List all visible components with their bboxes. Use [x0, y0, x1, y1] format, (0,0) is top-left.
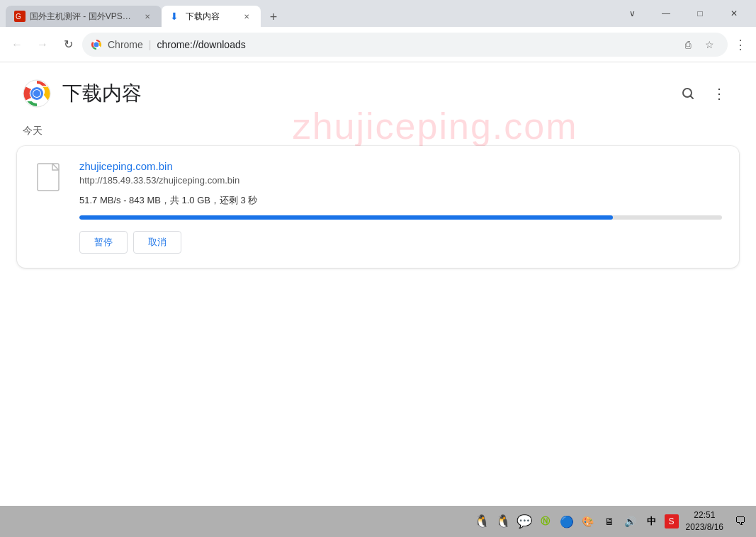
svg-text:G: G — [16, 13, 21, 21]
nav-right: ⋮ — [730, 35, 750, 55]
back-button[interactable]: ← — [6, 33, 28, 56]
chrome-logo-icon — [91, 39, 102, 50]
more-menu-icon[interactable]: ⋮ — [730, 35, 750, 55]
chrome-logo-large-icon — [23, 79, 51, 108]
download-actions: 暂停 取消 — [79, 231, 722, 254]
more-options-button[interactable]: ⋮ — [705, 79, 733, 108]
minimize-button[interactable]: — — [650, 3, 682, 24]
address-bar[interactable]: Chrome | chrome://downloads ⎙ ☆ — [82, 33, 728, 57]
taskbar-display-icon[interactable]: 🖥 — [601, 513, 618, 530]
nav-bar: ← → ↻ Chrome | chrome://downloads ⎙ ☆ ⋮ — [0, 27, 756, 62]
address-separator: | — [149, 39, 152, 50]
taskbar-clock: 22:51 2023/8/16 — [686, 509, 723, 533]
taskbar-wechat-icon[interactable]: 💬 — [516, 513, 533, 530]
taskbar: 🐧 🐧 💬 Ⓝ 🔵 🎨 🖥 🔊 中 S 22:51 2023/8/16 🗨 — [0, 506, 756, 537]
header-actions: ⋮ — [674, 79, 733, 108]
address-actions: ⎙ ☆ — [678, 35, 719, 55]
bookmark-icon[interactable]: ☆ — [699, 35, 719, 55]
tab1-title: 国外主机测评 - 国外VPS，主... — [30, 11, 137, 23]
taskbar-ime-icon[interactable]: 中 — [643, 513, 660, 530]
file-icon — [34, 160, 68, 200]
download-filename[interactable]: zhujiceping.com.bin — [79, 160, 722, 172]
taskbar-qq2-icon[interactable]: 🐧 — [495, 513, 512, 530]
file-document-icon — [37, 163, 65, 197]
page-title: 下载内容 — [62, 80, 142, 107]
section-today: 今天 — [0, 119, 756, 146]
brand-name: Chrome — [108, 39, 143, 50]
chevron-down-icon[interactable]: ∨ — [616, 3, 648, 24]
tab1-close-icon[interactable]: ✕ — [142, 11, 153, 22]
share-icon[interactable]: ⎙ — [678, 35, 698, 55]
download-item: zhujiceping.com.bin http://185.49.33.53/… — [17, 146, 739, 268]
maximize-button[interactable]: □ — [684, 3, 716, 24]
refresh-button[interactable]: ↻ — [57, 33, 79, 56]
tabs-area: G 国外主机测评 - 国外VPS，主... ✕ ⬇ 下载内容 ✕ + — [6, 0, 616, 27]
taskbar-app1-icon[interactable]: 🎨 — [580, 513, 597, 530]
tab1-favicon: G — [14, 11, 26, 22]
download-status: 51.7 MB/s - 843 MB，共 1.0 GB，还剩 3 秒 — [79, 194, 722, 207]
tab2-close-icon[interactable]: ✕ — [241, 11, 252, 22]
pause-button[interactable]: 暂停 — [79, 231, 128, 254]
svg-point-8 — [33, 90, 40, 97]
tab2-favicon: ⬇ — [170, 11, 181, 22]
url-text: chrome://downloads — [157, 39, 245, 50]
svg-point-4 — [95, 43, 98, 46]
download-item-wrapper: zhujiceping.com.bin http://185.49.33.53/… — [17, 146, 739, 268]
tab2-title: 下载内容 — [186, 11, 237, 23]
taskbar-qq1-icon[interactable]: 🐧 — [473, 513, 490, 530]
taskbar-bluetooth-icon[interactable]: 🔵 — [558, 513, 575, 530]
tab-2[interactable]: ⬇ 下载内容 ✕ — [162, 6, 261, 27]
progress-bar-container — [79, 215, 722, 220]
svg-line-10 — [691, 96, 694, 99]
search-button[interactable] — [674, 79, 702, 108]
tab-1[interactable]: G 国外主机测评 - 国外VPS，主... ✕ — [6, 6, 162, 27]
close-button[interactable]: ✕ — [718, 3, 750, 24]
download-url: http://185.49.33.53/zhujiceping.com.bin — [79, 175, 722, 186]
svg-rect-11 — [38, 164, 59, 191]
taskbar-icons: 🐧 🐧 💬 Ⓝ 🔵 🎨 🖥 🔊 中 S — [473, 513, 679, 530]
download-info: zhujiceping.com.bin http://185.49.33.53/… — [79, 160, 722, 254]
new-tab-button[interactable]: + — [264, 7, 283, 27]
search-icon — [681, 86, 695, 101]
taskbar-sogou-icon[interactable]: S — [665, 514, 679, 528]
clock-time: 22:51 — [686, 509, 723, 521]
window-controls: ∨ — □ ✕ — [616, 3, 750, 24]
taskbar-nvidia-icon[interactable]: Ⓝ — [537, 513, 554, 530]
title-bar: G 国外主机测评 - 国外VPS，主... ✕ ⬇ 下载内容 ✕ + ∨ — □… — [0, 0, 756, 27]
cancel-button[interactable]: 取消 — [133, 231, 181, 254]
clock-date: 2023/8/16 — [686, 521, 723, 533]
downloads-header: 下载内容 ⋮ — [0, 62, 756, 119]
taskbar-notification-icon[interactable]: 🗨 — [730, 511, 750, 531]
page-content: zhujiceping.com 下载内容 — [0, 62, 756, 506]
forward-button[interactable]: → — [31, 33, 54, 56]
progress-bar-fill — [79, 215, 613, 220]
taskbar-volume-icon[interactable]: 🔊 — [622, 513, 639, 530]
